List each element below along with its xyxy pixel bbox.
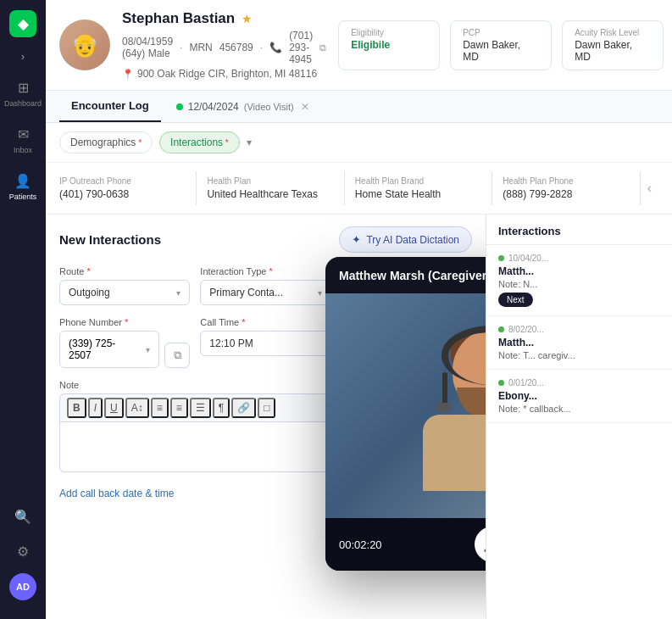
acuity-value: Dawn Baker, MD <box>575 39 651 63</box>
status-dot <box>498 326 504 332</box>
sidebar-item-dashboard[interactable]: ⊞ Dashboard <box>3 73 42 113</box>
eligibility-badge: Eligibility Eligibile <box>338 20 440 70</box>
filter-interactions[interactable]: Interactions * <box>159 131 240 153</box>
toolbar-align-center[interactable]: ≡ <box>170 398 188 418</box>
chevron-down-icon: ▾ <box>318 288 322 298</box>
video-call-title: Matthew Marsh (Caregiver) <box>339 269 486 282</box>
filter-dropdown-chevron[interactable]: ▾ <box>247 137 252 148</box>
video-main-feed: 👋 👨‍⚕️ <box>325 293 486 518</box>
next-button[interactable]: Next <box>498 293 533 307</box>
call-timer: 00:02:20 <box>339 538 382 551</box>
filter-bar: Demographics * Interactions * ▾ <box>46 123 672 163</box>
tab-visit-type: (Video Visit) <box>244 102 294 112</box>
toolbar-align-left[interactable]: ≡ <box>151 398 169 418</box>
sidebar: ◆ › ⊞ Dashboard ✉ Inbox 👤 Patients 🔍 ⚙ A… <box>0 0 46 619</box>
mrn-label: MRN <box>189 42 212 53</box>
tab-status-dot <box>176 103 183 110</box>
video-call-header: Matthew Marsh (Caregiver) ⚙ ⤢ <box>325 257 486 293</box>
interaction-type-select[interactable]: Primary Conta... ▾ <box>200 280 330 305</box>
video-call-body: 👋 👨‍⚕️ <box>325 293 486 518</box>
interaction-entry-0: 10/04/20... Matth... Note: N... Next <box>486 245 672 316</box>
interaction-entry-1: 8/02/20... Matth... Note: T... caregiv..… <box>486 316 672 370</box>
tab-date: 12/04/2024 <box>188 101 239 113</box>
interactions-section: New Interactions ✦ Try AI Data Dictation… <box>46 215 486 619</box>
info-card-health-plan-phone: Health Plan Phone (888) 799-2828 <box>492 171 640 205</box>
toolbar-list[interactable]: ☰ <box>190 398 211 418</box>
patient-phone: (701) 293-4945 <box>289 30 313 65</box>
caller-visual: 👋 <box>325 293 486 518</box>
tab-close-icon[interactable]: ✕ <box>301 101 309 113</box>
tab-bar: Encounter Log 12/04/2024 (Video Visit) ✕ <box>46 91 672 123</box>
add-callback-link[interactable]: Add call back date & time <box>59 488 174 499</box>
toolbar-link[interactable]: 🔗 <box>231 398 256 418</box>
copy-phone-button[interactable]: ⧉ <box>164 343 190 368</box>
patients-icon: 👤 <box>14 171 32 190</box>
interactions-panel-header: Interactions <box>486 215 672 245</box>
info-cards-chevron[interactable]: ‹ <box>641 171 658 205</box>
avatar: 👴 <box>59 20 110 70</box>
dashboard-icon: ⊞ <box>14 78 32 97</box>
info-cards-row: IP Outreach Phone (401) 790-0638 Health … <box>46 163 672 215</box>
video-call-footer: 00:02:20 🎤 📷 📵 💬 <box>325 518 486 571</box>
acuity-badge: Acuity Risk Level Dawn Baker, MD <box>562 20 664 70</box>
user-avatar[interactable]: AD <box>9 573 36 600</box>
section-header: New Interactions ✦ Try AI Data Dictation <box>59 226 472 253</box>
phone-select[interactable]: (339) 725-2507 ▾ <box>59 331 159 368</box>
toolbar-font-size[interactable]: A↕ <box>125 398 149 418</box>
right-panel: Interactions 10/04/20... Matth... Note: … <box>486 215 672 619</box>
call-controls: 🎤 📷 📵 💬 <box>475 527 486 562</box>
phone-field: Phone Number * (339) 725-2507 ▾ ⧉ <box>59 317 190 368</box>
patient-dob: 08/04/1959 (64y) Male <box>122 36 173 59</box>
route-field: Route * Outgoing ▾ <box>59 266 190 305</box>
phone-icon: 📞 <box>269 42 282 53</box>
filter-icon[interactable]: ⚙ <box>12 538 34 565</box>
toolbar-italic[interactable]: I <box>88 398 103 418</box>
mute-button[interactable]: 🎤 <box>475 527 486 562</box>
pcp-badge: PCP Dawn Baker, MD <box>450 20 552 70</box>
toolbar-bold[interactable]: B <box>67 398 86 418</box>
sidebar-item-patients[interactable]: 👤 Patients <box>3 166 42 206</box>
interaction-entry-2: 0/01/20... Ebony... Note: * callback... <box>486 370 672 423</box>
filter-demographics[interactable]: Demographics * <box>59 131 153 153</box>
toolbar-underline[interactable]: U <box>104 398 124 418</box>
main-content: 👴 Stephan Bastian ★ 08/04/1959 (64y) Mal… <box>46 0 672 619</box>
req-asterisk: * <box>136 138 142 148</box>
inbox-icon: ✉ <box>14 125 32 143</box>
chevron-down-icon: ▾ <box>146 345 150 354</box>
tab-encounter-log[interactable]: Encounter Log <box>59 91 161 122</box>
copy-phone-icon[interactable]: ⧉ <box>319 42 326 53</box>
info-card-outreach-phone: IP Outreach Phone (401) 790-0638 <box>59 171 197 205</box>
call-time-input[interactable]: 12:10 PM <box>200 331 330 356</box>
info-card-health-plan-brand: Health Plan Brand Home State Health <box>345 171 492 205</box>
video-call-overlay: Matthew Marsh (Caregiver) ⚙ ⤢ <box>325 257 486 571</box>
search-icon[interactable]: 🔍 <box>9 504 36 530</box>
mrn-value: 456789 <box>219 42 253 53</box>
interaction-type-field: Interaction Type * Primary Conta... ▾ <box>200 266 330 305</box>
status-dot <box>498 380 504 386</box>
status-dot <box>498 255 504 261</box>
patient-header: 👴 Stephan Bastian ★ 08/04/1959 (64y) Mal… <box>46 0 672 91</box>
route-select[interactable]: Outgoing ▾ <box>59 280 190 305</box>
patient-name: Stephan Bastian <box>122 10 235 27</box>
patient-info: Stephan Bastian ★ 08/04/1959 (64y) Male … <box>122 10 326 80</box>
info-card-health-plan: Health Plan United Healthcare Texas <box>197 171 344 205</box>
tab-label: Encounter Log <box>71 99 149 112</box>
header-badges: Eligibility Eligibile PCP Dawn Baker, MD… <box>338 20 664 70</box>
toolbar-paragraph[interactable]: ¶ <box>213 398 230 418</box>
chevron-down-icon: ▾ <box>176 288 180 298</box>
section-title: New Interactions <box>59 232 161 247</box>
patient-address: 900 Oak Ridge CIR, Brighton, MI 48116 <box>137 68 317 80</box>
ai-icon: ✦ <box>352 233 361 246</box>
sidebar-item-inbox[interactable]: ✉ Inbox <box>3 120 42 159</box>
star-icon[interactable]: ★ <box>242 12 253 25</box>
sidebar-collapse-chevron[interactable]: › <box>18 47 28 66</box>
toolbar-block[interactable]: □ <box>258 398 275 418</box>
app-logo[interactable]: ◆ <box>9 10 36 37</box>
eligibility-value: Eligibile <box>351 39 427 51</box>
location-icon: 📍 <box>122 69 134 80</box>
ai-dictation-button[interactable]: ✦ Try AI Data Dictation <box>339 226 472 253</box>
call-time-field: Call Time * 12:10 PM <box>200 317 330 368</box>
tab-date-item: 12/04/2024 (Video Visit) ✕ <box>164 92 321 121</box>
pcp-value: Dawn Baker, MD <box>463 39 539 63</box>
